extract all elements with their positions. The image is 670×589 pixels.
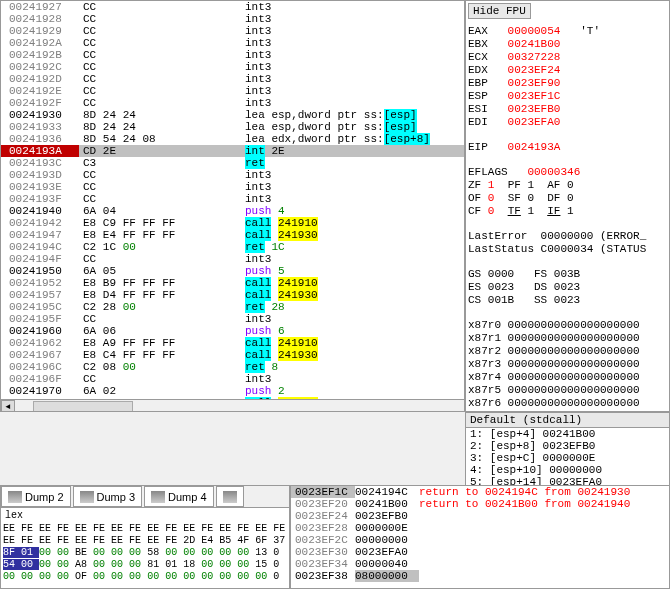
flag-row[interactable]: ZF 1 PF 1 AF 0 — [468, 179, 667, 192]
disasm-row[interactable]: 0024195CC2 28 00 ret 28 — [1, 301, 464, 313]
horizontal-scrollbar[interactable]: ◄ — [1, 399, 464, 412]
stack-arg[interactable]: 1: [esp+4] 00241B00 — [466, 428, 669, 440]
disasm-row[interactable]: 00241957E8 D4 FF FF FF call 241930 — [1, 289, 464, 301]
eflags[interactable]: EFLAGS 00000346 — [468, 166, 667, 179]
disasm-row[interactable]: 0024193DCC int3 — [1, 169, 464, 181]
disasm-row[interactable]: 0024192ACC int3 — [1, 37, 464, 49]
hide-fpu-button[interactable]: Hide FPU — [468, 3, 531, 19]
disasm-row[interactable]: 0024194CC2 1C 00 ret 1C — [1, 241, 464, 253]
hex-row[interactable]: 54 00 00 00 A8 00 00 00 81 01 18 00 00 0… — [3, 559, 287, 571]
stack-row[interactable]: 0023EF2000241B00return to 00241B00 from … — [291, 498, 669, 510]
disasm-row[interactable]: 0024193ECC int3 — [1, 181, 464, 193]
segment-row[interactable]: ES 0023 DS 0023 — [468, 281, 667, 294]
fpu-register[interactable]: x87r3 00000000000000000000 — [468, 358, 667, 371]
stack-address: 0023EF20 — [291, 498, 355, 510]
disasm-row[interactable]: 00241967E8 C4 FF FF FF call 241930 — [1, 349, 464, 361]
flag-row[interactable]: CF 0 TF 1 IF 1 — [468, 205, 667, 218]
stack-value: 00000000 — [355, 534, 419, 546]
tab-label: Dump 2 — [25, 491, 64, 503]
disasm-row[interactable]: 0024196FCC int3 — [1, 373, 464, 385]
disasm-row[interactable]: 0024193CC3 ret — [1, 157, 464, 169]
stack-arg[interactable]: 4: [esp+10] 00000000 — [466, 464, 669, 476]
fpu-register[interactable]: x87r4 00000000000000000000 — [468, 371, 667, 384]
fpu-register[interactable]: x87r2 00000000000000000000 — [468, 345, 667, 358]
register-edx[interactable]: EDX 0023EF24 — [468, 64, 667, 77]
disasm-row[interactable]: 00241929CC int3 — [1, 25, 464, 37]
disasm-row[interactable]: 0024192FCC int3 — [1, 97, 464, 109]
disasm-row[interactable]: 00241928CC int3 — [1, 13, 464, 25]
disassembly-panel[interactable]: 00241927CC int300241928CC int300241929CC… — [0, 0, 465, 412]
register-esp[interactable]: ESP 0023EF1C — [468, 90, 667, 103]
disasm-row[interactable]: 00241972E8 99 FF FF FF call 241910 — [1, 397, 464, 399]
segment-row[interactable]: CS 001B SS 0023 — [468, 294, 667, 307]
bytes: E8 A9 FF FF FF — [79, 337, 241, 349]
flag-row[interactable]: OF 0 SF 0 DF 0 — [468, 192, 667, 205]
disasm-row[interactable]: 0024192DCC int3 — [1, 73, 464, 85]
calling-convention-label[interactable]: Default (stdcall) — [466, 413, 669, 428]
hex-row[interactable]: EE FE EE FE EE FE EE FE EE FE EE FE EE F… — [3, 523, 287, 535]
mnemonic: push 4 — [241, 205, 464, 217]
scroll-thumb[interactable] — [33, 401, 133, 413]
register-eax[interactable]: EAX 00000054 'T' — [468, 25, 667, 38]
disasm-row[interactable]: 0024196CC2 08 00 ret 8 — [1, 361, 464, 373]
dump-tab[interactable]: Dump 2 — [1, 486, 71, 507]
disasm-row[interactable]: 002419368D 54 24 08 lea edx,dword ptr ss… — [1, 133, 464, 145]
dump-tab-more[interactable] — [216, 486, 244, 507]
disasm-row[interactable]: 002419406A 04 push 4 — [1, 205, 464, 217]
disasm-row[interactable]: 0024192ECC int3 — [1, 85, 464, 97]
disasm-row[interactable]: 002419706A 02 push 2 — [1, 385, 464, 397]
disasm-row[interactable]: 00241942E8 C9 FF FF FF call 241910 — [1, 217, 464, 229]
mnemonic: call 241910 — [241, 217, 464, 229]
mnemonic: call 241930 — [241, 229, 464, 241]
address: 00241962 — [1, 337, 79, 349]
stack-row[interactable]: 0023EF3400000040 — [291, 558, 669, 570]
stack-arg[interactable]: 3: [esp+C] 0000000E — [466, 452, 669, 464]
stack-row[interactable]: 0023EF3808000000 — [291, 570, 669, 582]
hex-row[interactable]: 00 00 00 00 OF 00 00 00 00 00 00 00 00 0… — [3, 571, 287, 583]
disasm-row[interactable]: 002419506A 05 push 5 — [1, 265, 464, 277]
dump-icon — [8, 491, 22, 503]
stack-row[interactable]: 0023EF1C0024194Creturn to 0024194C from … — [291, 486, 669, 498]
stack-row[interactable]: 0023EF300023EFA0 — [291, 546, 669, 558]
register-eip[interactable]: EIP 0024193A — [468, 141, 667, 154]
stack-row[interactable]: 0023EF280000000E — [291, 522, 669, 534]
disasm-row[interactable]: 0024192BCC int3 — [1, 49, 464, 61]
fpu-register[interactable]: x87r1 00000000000000000000 — [468, 332, 667, 345]
disasm-row[interactable]: 00241962E8 A9 FF FF FF call 241910 — [1, 337, 464, 349]
dump-tab[interactable]: Dump 3 — [73, 486, 143, 507]
mnemonic: push 5 — [241, 265, 464, 277]
disasm-row[interactable]: 00241952E8 B9 FF FF FF call 241910 — [1, 277, 464, 289]
stack-arg[interactable]: 2: [esp+8] 0023EFB0 — [466, 440, 669, 452]
stack-row[interactable]: 0023EF2C00000000 — [291, 534, 669, 546]
disasm-row[interactable]: 0024193ACD 2E int 2E — [1, 145, 464, 157]
hex-column-header: lex — [1, 508, 289, 523]
stack-row[interactable]: 0023EF240023EFB0 — [291, 510, 669, 522]
hex-row[interactable]: 8F 01 00 00 BE 00 00 00 58 00 00 00 00 0… — [3, 547, 287, 559]
disasm-row[interactable]: 002419308D 24 24 lea esp,dword ptr ss:[e… — [1, 109, 464, 121]
disasm-row[interactable]: 002419338D 24 24 lea esp,dword ptr ss:[e… — [1, 121, 464, 133]
register-ecx[interactable]: ECX 00327228 — [468, 51, 667, 64]
mnemonic: int 2E — [241, 145, 464, 157]
disasm-row[interactable]: 0024193FCC int3 — [1, 193, 464, 205]
fpu-register[interactable]: x87r5 00000000000000000000 — [468, 384, 667, 397]
bytes: C2 08 00 — [79, 361, 241, 373]
disasm-row[interactable]: 00241947E8 E4 FF FF FF call 241930 — [1, 229, 464, 241]
register-esi[interactable]: ESI 0023EFB0 — [468, 103, 667, 116]
disasm-row[interactable]: 0024194FCC int3 — [1, 253, 464, 265]
hex-row[interactable]: EE FE EE FE EE FE EE FE EE FE 2D E4 B5 4… — [3, 535, 287, 547]
dump-tab[interactable]: Dump 4 — [144, 486, 214, 507]
disasm-row[interactable]: 0024192CCC int3 — [1, 61, 464, 73]
register-ebp[interactable]: EBP 0023EF90 — [468, 77, 667, 90]
mnemonic: call 241910 — [241, 337, 464, 349]
disasm-row[interactable]: 0024195FCC int3 — [1, 313, 464, 325]
register-edi[interactable]: EDI 0023EFA0 — [468, 116, 667, 129]
stack-panel[interactable]: 0023EF1C0024194Creturn to 0024194C from … — [290, 485, 670, 589]
fpu-register[interactable]: x87r6 00000000000000000000 — [468, 397, 667, 410]
segment-row[interactable]: GS 0000 FS 003B — [468, 268, 667, 281]
fpu-register[interactable]: x87r0 00000000000000000000 — [468, 319, 667, 332]
register-ebx[interactable]: EBX 00241B00 — [468, 38, 667, 51]
disasm-row[interactable]: 00241927CC int3 — [1, 1, 464, 13]
disasm-row[interactable]: 002419606A 06 push 6 — [1, 325, 464, 337]
stack-comment — [419, 570, 669, 582]
scroll-left-icon[interactable]: ◄ — [1, 400, 15, 413]
